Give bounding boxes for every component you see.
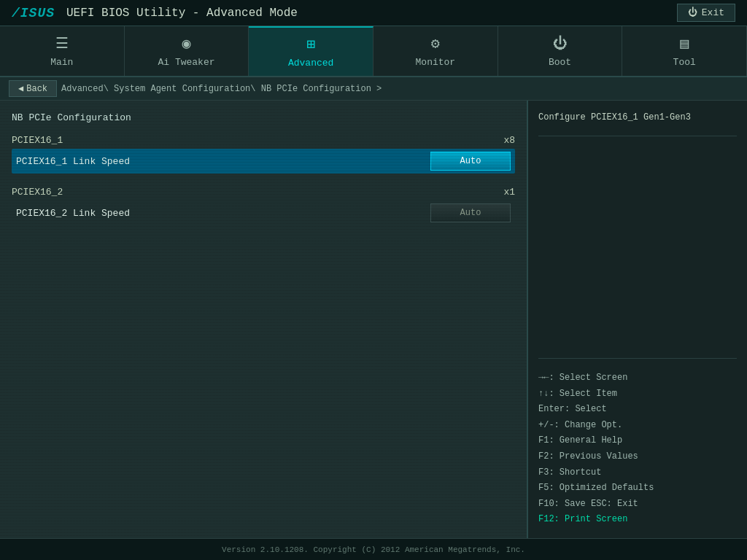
shortcut-f5: F5: Optimized Defaults xyxy=(538,481,737,497)
tab-main-label: Main xyxy=(50,57,73,68)
tab-tool[interactable]: ▤ Tool xyxy=(622,26,747,76)
shortcut-enter: Enter: Select xyxy=(538,402,737,418)
exit-button[interactable]: ⏻ Exit xyxy=(677,4,735,22)
exit-label: Exit xyxy=(702,7,724,18)
shortcut-f2: F2: Previous Values xyxy=(538,449,737,465)
nav-tabs: ☰ Main ◉ Ai Tweaker ⊞ Advanced ⚙ Monitor… xyxy=(0,26,747,77)
breadcrumb-path: Advanced\ System Agent Configuration\ NB… xyxy=(61,84,382,94)
pcie-speed-row-2[interactable]: PCIEX16_2 Link Speed Auto xyxy=(12,201,515,225)
pcie-group-2: PCIEX16_2 x1 PCIEX16_2 Link Speed Auto xyxy=(12,187,515,225)
shortcut-f10: F10: Save ESC: Exit xyxy=(538,497,737,513)
breadcrumb-bar: ◀ Back Advanced\ System Agent Configurat… xyxy=(0,77,747,101)
pcie-group-1-label: PCIEX16_1 x8 xyxy=(12,135,515,146)
shortcut-change-opt: +/-: Change Opt. xyxy=(538,418,737,434)
pcie-speed-text-2: PCIEX16_2 Link Speed xyxy=(16,208,130,219)
main-icon: ☰ xyxy=(55,34,69,52)
back-label: Back xyxy=(26,84,47,94)
tab-boot[interactable]: ⏻ Boot xyxy=(498,26,623,76)
tab-main[interactable]: ☰ Main xyxy=(0,26,125,76)
pcie-group-2-label: PCIEX16_2 x1 xyxy=(12,187,515,198)
advanced-icon: ⊞ xyxy=(306,35,315,53)
back-arrow-icon: ◀ xyxy=(18,83,23,94)
auto-button-1[interactable]: Auto xyxy=(430,152,511,171)
pcie-group-2-name: PCIEX16_2 xyxy=(12,187,63,198)
tab-boot-label: Boot xyxy=(549,57,571,68)
boot-icon: ⏻ xyxy=(553,35,568,52)
ai-tweaker-icon: ◉ xyxy=(182,34,190,52)
title-text: UEFI BIOS Utility - Advanced Mode xyxy=(66,7,298,20)
pcie-group-1-name: PCIEX16_1 xyxy=(12,135,63,146)
pcie-speed-row-1[interactable]: PCIEX16_1 Link Speed Auto xyxy=(12,149,515,174)
section-title: NB PCIe Configuration xyxy=(12,112,515,123)
tab-advanced[interactable]: ⊞ Advanced xyxy=(249,26,374,76)
shortcut-f3: F3: Shortcut xyxy=(538,465,737,481)
breadcrumb-text: Advanced\ System Agent Configuration\ NB… xyxy=(61,84,382,94)
back-button[interactable]: ◀ Back xyxy=(9,80,57,97)
tab-ai-tweaker[interactable]: ◉ Ai Tweaker xyxy=(125,26,249,76)
shortcut-select-screen: →←: Select Screen xyxy=(538,370,737,386)
tab-ai-tweaker-label: Ai Tweaker xyxy=(158,57,215,68)
tab-monitor-label: Monitor xyxy=(416,57,456,68)
right-panel: Configure PCIEX16_1 Gen1-Gen3 →←: Select… xyxy=(528,101,747,538)
tab-advanced-label: Advanced xyxy=(288,58,333,69)
auto-button-2[interactable]: Auto xyxy=(430,203,511,222)
tab-tool-label: Tool xyxy=(673,57,696,68)
tool-icon: ▤ xyxy=(680,34,689,52)
title-bar: /ISUS UEFI BIOS Utility - Advanced Mode … xyxy=(0,0,747,26)
asus-logo: /ISUS UEFI BIOS Utility - Advanced Mode xyxy=(12,6,298,20)
pcie-group-2-speed: x1 xyxy=(503,187,515,198)
shortcut-select-item: ↑↓: Select Item xyxy=(538,386,737,402)
exit-icon: ⏻ xyxy=(688,7,697,18)
pcie-group-1: PCIEX16_1 x8 PCIEX16_1 Link Speed Auto xyxy=(12,135,515,174)
asus-brand: /ISUS xyxy=(12,6,55,20)
monitor-icon: ⚙ xyxy=(431,34,440,52)
shortcut-f12: F12: Print Screen xyxy=(538,512,737,528)
keyboard-shortcuts: →←: Select Screen ↑↓: Select Item Enter:… xyxy=(538,358,737,528)
shortcut-f1: F1: General Help xyxy=(538,433,737,449)
footer: Version 2.10.1208. Copyright (C) 2012 Am… xyxy=(0,538,747,560)
main-area: NB PCIe Configuration PCIEX16_1 x8 PCIEX… xyxy=(0,101,747,538)
pcie-group-1-speed: x8 xyxy=(503,135,515,146)
pcie-speed-text-1: PCIEX16_1 Link Speed xyxy=(16,156,130,167)
config-description: Configure PCIEX16_1 Gen1-Gen3 xyxy=(538,111,737,136)
footer-text: Version 2.10.1208. Copyright (C) 2012 Am… xyxy=(222,545,525,554)
left-panel: NB PCIe Configuration PCIEX16_1 x8 PCIEX… xyxy=(0,101,528,538)
tab-monitor[interactable]: ⚙ Monitor xyxy=(374,26,498,76)
